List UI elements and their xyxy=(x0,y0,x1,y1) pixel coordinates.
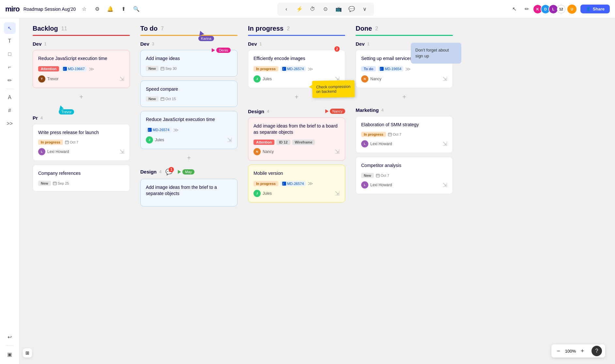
zoom-level: 100% xyxy=(565,349,576,354)
tool-more[interactable]: >> xyxy=(4,118,16,129)
add-card-dev-todo[interactable]: + xyxy=(140,153,238,163)
card-add-image-ideas-design-todo[interactable]: Add image ideas from the brief to a sepa… xyxy=(140,179,238,206)
messages-icon: ≡ 2 xyxy=(335,48,338,53)
pen-icon[interactable]: ✏ xyxy=(522,5,531,14)
card-title: Add image ideas xyxy=(146,55,232,62)
karina-arrow xyxy=(198,30,204,36)
search-icon[interactable]: 🔍 xyxy=(132,5,141,14)
card-action-icon[interactable]: ⇲ xyxy=(335,190,340,197)
card-title: Speed compare xyxy=(146,86,232,93)
sticky-arrow xyxy=(309,85,312,89)
backlog-pr-count: 4 xyxy=(40,115,43,120)
in-progress-dev-title: Dev xyxy=(248,41,257,47)
card-action-icon[interactable]: ⇲ xyxy=(442,181,447,189)
in-progress-dev-count: 1 xyxy=(260,41,262,46)
card-user: N Nancy xyxy=(361,75,381,83)
jira-badge: J MD-19667 xyxy=(61,66,86,71)
tool-select[interactable]: ↖ xyxy=(4,22,16,34)
badge-attention: Attention xyxy=(38,66,59,71)
badge-in-progress: In progress xyxy=(254,66,278,71)
card-action-icon[interactable]: ⇲ xyxy=(119,75,124,83)
card-speed-compare[interactable]: Speed compare New Oct 15 xyxy=(140,81,238,107)
add-card-dev-backlog[interactable]: + xyxy=(33,92,130,102)
card-action-icon[interactable]: ⇲ xyxy=(442,75,447,83)
add-card-dev-done[interactable]: + xyxy=(356,92,453,102)
notif-wrapper: ≡ 2 xyxy=(335,48,338,53)
card-reduce-js-backlog[interactable]: Reduce JavaScript execution time Attenti… xyxy=(33,50,130,88)
badge-in-progress: In progress xyxy=(38,140,63,145)
chat-icon[interactable]: 💬 xyxy=(346,4,357,14)
backlog-pr-header: Pr 4 xyxy=(33,115,130,121)
card-reduce-js-todo[interactable]: Reduce JavaScript execution time J MD-26… xyxy=(140,111,238,149)
in-progress-design-count: 4 xyxy=(267,109,269,114)
tool-sticky[interactable]: □ xyxy=(4,48,16,60)
tool-text-a[interactable]: A xyxy=(4,92,16,103)
miro-logo: miro xyxy=(5,5,20,13)
star-icon[interactable]: ☆ xyxy=(80,5,89,14)
share-button[interactable]: 👤 Share xyxy=(580,5,610,13)
zoom-in-button[interactable]: + xyxy=(578,347,586,355)
user-name: Lexi Howard xyxy=(370,183,392,187)
nancy-label: Nancy xyxy=(330,109,345,114)
collaborator-avatars: K D L 12 xyxy=(535,4,565,14)
card-add-image-brief-inprogress[interactable]: Add image ideas from the brief to a boar… xyxy=(248,117,345,161)
card-footer: L Lexi Howard ⇲ xyxy=(361,140,447,147)
settings-icon[interactable]: ⚙ xyxy=(93,5,102,14)
bell-icon[interactable]: 🔔 xyxy=(106,5,115,14)
card-action-icon[interactable]: ⇲ xyxy=(335,148,340,155)
jira-badge: J MD-26574 xyxy=(280,181,306,186)
jira-badge: J MD-26574 xyxy=(280,66,306,71)
card-action-icon[interactable]: ⇲ xyxy=(442,140,447,147)
card-press-release[interactable]: Write press release for launch In progre… xyxy=(33,124,130,161)
card-title: Reduce JavaScript execution time xyxy=(38,55,124,62)
help-button[interactable]: ? xyxy=(592,346,602,356)
card-competitor-analysis[interactable]: Competitor analysis New Oct 7 L Lexi How… xyxy=(356,157,453,194)
card-title: Efficiently encode images xyxy=(254,55,340,62)
topbar: miro Roadmap Session Aug'20 ☆ ⚙ 🔔 ⬆ 🔍 ‹ … xyxy=(0,0,615,18)
meta-date: Oct 7 xyxy=(376,174,389,177)
tool-pen[interactable]: ✏ xyxy=(4,74,16,86)
done-marketing-count: 4 xyxy=(381,108,384,113)
card-company-references[interactable]: Company references New Sep 25 xyxy=(33,165,130,191)
tool-text[interactable]: T xyxy=(4,35,16,47)
card-smm-strategy[interactable]: Elaboration of SMM strategy In progress … xyxy=(356,116,453,153)
todo-dev-count: 3 xyxy=(152,41,154,46)
tool-panels[interactable]: ▣ xyxy=(4,348,16,360)
sticky-note-wrapper: Check compression on backend xyxy=(312,81,355,98)
video-icon[interactable]: 📺 xyxy=(333,4,344,14)
lightning-icon[interactable]: ⚡ xyxy=(294,4,305,14)
card-efficiently-encode[interactable]: ≡ 2 Efficiently encode images In progres… xyxy=(248,50,345,88)
user-name: Nancy xyxy=(370,77,381,81)
card-mobile-version[interactable]: Mobile version In progress J MD-26574 ≫ … xyxy=(248,165,345,203)
zoom-out-button[interactable]: − xyxy=(555,347,562,355)
card-action-icon[interactable]: ⇲ xyxy=(227,136,232,144)
card-add-image-ideas-todo[interactable]: Denis Add image ideas New Sep 30 xyxy=(140,50,238,77)
done-count: 2 xyxy=(375,26,378,32)
user-avatar-trevor: T xyxy=(38,75,45,83)
cursor-denis: Denis xyxy=(212,48,231,53)
todo-design-count: 4 xyxy=(159,169,161,174)
tool-undo[interactable]: ↩ xyxy=(4,331,16,343)
done-dev-count: 1 xyxy=(367,41,370,46)
tool-connector[interactable]: ⌐ xyxy=(4,61,16,73)
card-user: N Nancy xyxy=(254,148,274,155)
priority-icon: ≫ xyxy=(173,127,179,133)
topbar-tools: ⚙ 🔔 ⬆ 🔍 xyxy=(93,5,141,14)
badge-in-progress: In progress xyxy=(361,132,386,137)
card-action-icon[interactable]: ⇲ xyxy=(119,148,124,155)
zoom-controls: − 100% + ? xyxy=(551,344,605,357)
todo-dev-header: Dev 3 xyxy=(140,41,238,47)
badge-new: New xyxy=(361,173,374,178)
cursor-icon[interactable]: ↖ xyxy=(510,5,519,14)
clock-icon[interactable]: ⏱ xyxy=(307,4,318,14)
cursor-karina: Karina xyxy=(198,31,214,41)
back-icon[interactable]: ‹ xyxy=(281,4,292,14)
more-icon[interactable]: ∨ xyxy=(360,4,370,14)
expand-panels-button[interactable]: ⊞ xyxy=(23,348,32,357)
upload-icon[interactable]: ⬆ xyxy=(119,5,128,14)
nancy-arrow xyxy=(325,109,329,113)
priority-icon: ≫ xyxy=(405,66,411,72)
may-arrow xyxy=(178,170,181,174)
timer-icon[interactable]: ⊙ xyxy=(320,4,331,14)
tool-frame[interactable]: # xyxy=(4,105,16,116)
